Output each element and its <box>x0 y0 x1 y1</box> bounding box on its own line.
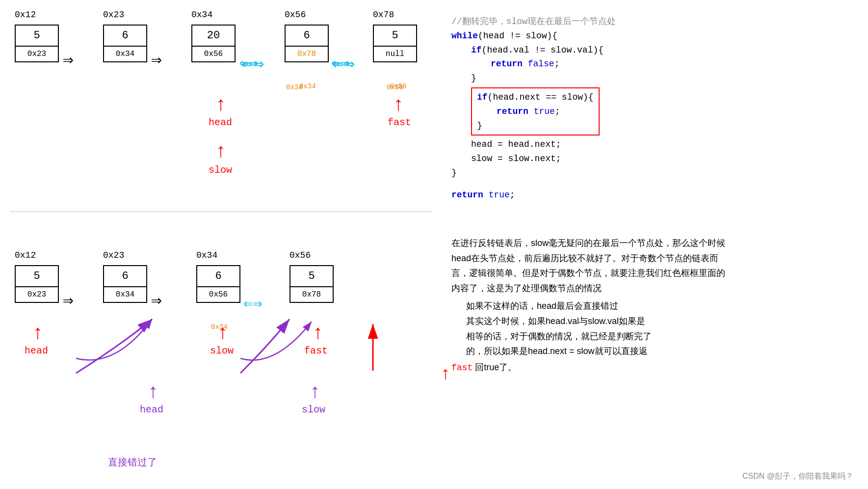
addr-label-n4: 0x56 <box>285 10 306 20</box>
fast-up-arrow-bottom: ↑ <box>312 324 324 344</box>
node-3-next: 0x56 <box>192 47 235 61</box>
arrow-b1-b2: ⇒ <box>63 290 74 311</box>
code-line-slow-next: slow = slow.next; <box>451 152 697 166</box>
addr-label-b1: 0x12 <box>15 250 36 260</box>
node-b1-next: 0x23 <box>16 287 58 302</box>
desc-indent3: 相等的话，对于偶数的情况，就已经是判断完了 <box>451 329 726 344</box>
head-up-arrow-top: ↑ <box>215 96 227 115</box>
node-b2: 6 0x34 <box>103 265 147 303</box>
addr-label-b2: 0x23 <box>103 250 124 260</box>
addr-label-n1: 0x12 <box>15 10 36 20</box>
arrow-b2-b3: ⇒ <box>151 290 162 311</box>
node-b1: 5 0x23 <box>15 265 59 303</box>
node-b2-next: 0x34 <box>104 287 146 302</box>
node-b4-value: 5 <box>290 266 333 287</box>
code-line-close1: } <box>451 71 697 85</box>
fast-label-top: fast <box>388 117 411 128</box>
node-2-next: 0x34 <box>104 47 146 61</box>
purple-curve-2 <box>240 358 314 388</box>
blue-double-arrow-bottom: ⇐⇒ <box>243 294 263 313</box>
code-line-return-false: return false; <box>451 57 697 71</box>
code-line-close2: } <box>477 119 594 133</box>
blue-double-arrow-1: ⇐⇒ <box>239 53 259 73</box>
node-5-next: null <box>374 47 416 61</box>
code-line-return-true2: return true; <box>451 188 697 202</box>
main-canvas: 0x12 5 0x23 ⇒ 0x23 6 0x34 ⇒ 0x34 20 0x56… <box>0 0 868 489</box>
node-b1-value: 5 <box>16 266 58 287</box>
addr-label-n5: 0x78 <box>373 10 394 20</box>
desc-indent4: 的，所以如果是head.next = slow就可以直接返 <box>451 344 726 359</box>
purple-head-label: head <box>140 404 163 415</box>
code-spacer <box>451 180 697 188</box>
fast-inline-label: fast <box>451 363 473 373</box>
arrow-2-3: ⇒ <box>151 49 162 71</box>
slow-label-top: slow <box>209 164 232 176</box>
desc-fast-return: fast 回true了。 <box>451 360 726 376</box>
node-b3-value: 6 <box>197 266 239 287</box>
node-2-value: 6 <box>104 26 146 47</box>
desc-indent1: 如果不这样的话，head最后会直接错过 <box>451 299 726 314</box>
node-5: 5 null <box>373 25 417 62</box>
node-3-value: 20 <box>192 26 235 47</box>
code-line-while: while(head != slow){ <box>451 29 697 43</box>
node-1-value: 5 <box>16 26 58 47</box>
arrow-1-2: ⇒ <box>63 49 74 71</box>
addr-label-n2: 0x23 <box>103 10 124 20</box>
node-b4: 5 0x78 <box>289 265 334 303</box>
slow-up-arrow-bottom: ↑ <box>217 324 229 344</box>
purple-slow-label: slow <box>302 404 325 415</box>
node-4-next: 0x78 <box>286 47 328 61</box>
fast-up-arrow-top: ↑ <box>393 96 404 115</box>
code-line-if1: if(head.val != slow.val){ <box>451 43 697 57</box>
blue-double-arrow-2: ⇐⇒ <box>331 53 350 73</box>
slow-up-arrow-top: ↑ <box>215 142 227 162</box>
node-b3: 6 0x56 <box>196 265 240 303</box>
fast-label-bottom: fast <box>304 345 328 356</box>
divider <box>10 211 432 212</box>
node-4-value: 6 <box>286 26 328 47</box>
code-line-if2: if(head.next == slow){ <box>477 90 594 105</box>
desc-return-text: 回true了。 <box>475 362 517 372</box>
addr-label-n3: 0x34 <box>191 10 212 20</box>
node-b2-value: 6 <box>104 266 146 287</box>
node-4: 6 0x78 <box>285 25 329 62</box>
node-2: 6 0x34 <box>103 25 147 62</box>
node-1: 5 0x23 <box>15 25 59 62</box>
code-comment-line: //翻转完毕，slow现在在最后一个节点处 <box>451 15 697 29</box>
addr-label-b4: 0x56 <box>289 250 311 260</box>
code-block: //翻转完毕，slow现在在最后一个节点处 while(head != slow… <box>451 15 697 202</box>
n4-extra-addr: 0x34 <box>299 82 316 90</box>
head-up-arrow-bottom: ↑ <box>32 324 44 344</box>
credit-text: CSDN @彭子，你陪着我果吗？ <box>742 471 853 482</box>
code-line-close3: } <box>451 166 697 180</box>
desc-indent2: 其实这个时候，如果head.val与slow.val如果是 <box>451 314 726 329</box>
head-label-top: head <box>209 117 232 128</box>
fast-desc-arrow: ↑ <box>440 364 451 384</box>
purple-curve-1 <box>76 358 152 388</box>
node-3: 20 0x56 <box>191 25 236 62</box>
n5-extra-addr: 0x56 <box>390 82 407 90</box>
node-b3-next: 0x56 <box>197 287 239 302</box>
desc-block: 在进行反转链表后，slow毫无疑问的在最后一个节点处，那么这个时候head在头节… <box>451 236 726 375</box>
code-line-head-next: head = head.next; <box>451 137 697 152</box>
node-b4-next: 0x78 <box>290 287 333 302</box>
addr-label-b3: 0x34 <box>196 250 217 260</box>
node-1-next: 0x23 <box>16 47 58 61</box>
desc-main-text: 在进行反转链表后，slow毫无疑问的在最后一个节点处，那么这个时候head在头节… <box>451 236 726 296</box>
code-line-return-true: return true; <box>477 105 594 119</box>
code-highlighted-block: if(head.next == slow){ return true; } <box>451 87 697 136</box>
head-label-bottom: head <box>25 345 48 356</box>
slow-label-bottom: slow <box>210 345 234 356</box>
node-5-value: 5 <box>374 26 416 47</box>
zhijie-label: 直接错过了 <box>108 456 157 469</box>
